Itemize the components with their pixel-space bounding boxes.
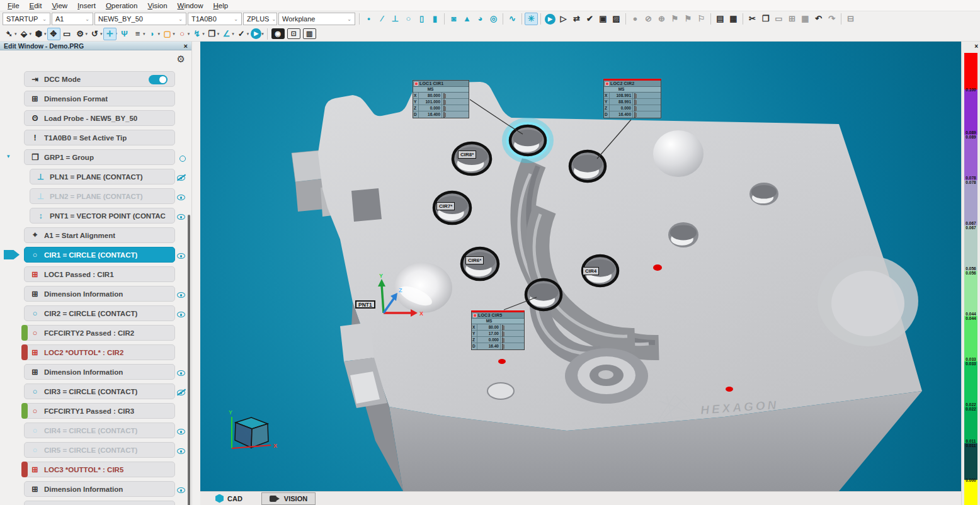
workplane-label-select[interactable]: Workplane⌄ — [278, 13, 355, 25]
bookmark-remove-icon[interactable]: ⚐ — [695, 13, 708, 25]
tree-item-card[interactable]: ⊞LOC3 *OUTTOL* : CIR5 — [24, 462, 175, 477]
continue-icon[interactable]: ⊕ — [655, 13, 668, 25]
eye-icon[interactable] — [177, 309, 186, 321]
menu-view[interactable]: View — [47, 2, 72, 9]
run-icon[interactable]: ▶ — [251, 28, 261, 39]
eye-icon[interactable] — [177, 368, 186, 379]
confirm-icon[interactable]: ✓ — [235, 28, 248, 40]
circle-feature-icon[interactable]: ○ — [402, 13, 415, 25]
dcc-mode-toggle[interactable] — [149, 75, 168, 84]
settings-gears-icon[interactable]: ⚙ — [74, 28, 87, 40]
feature-tag-pnt1[interactable]: PNT1 — [355, 300, 375, 309]
tree-item-card[interactable]: ⊞Dimension Information — [24, 286, 175, 302]
translate-view-icon[interactable]: ✛ — [103, 28, 117, 40]
perpendicular-point-icon[interactable]: ⊥ — [389, 13, 402, 25]
tree-item-pln2[interactable]: ⊥PLN2 = PLANE (CONTACT) — [0, 188, 191, 204]
tree-item-card[interactable]: ○CIR2 = CIRCLE (CONTACT) — [24, 305, 175, 321]
tree-item-dimension[interactable]: ⊞Dimension Information — [0, 481, 191, 497]
tree-item-cir1[interactable]: ○CIR1 = CIRCLE (CONTACT) — [0, 247, 191, 263]
comment-icon[interactable]: ▭ — [60, 28, 74, 40]
round-slot-icon[interactable]: ▯ — [415, 13, 428, 25]
report-window-icon[interactable]: ▤ — [714, 13, 727, 25]
dim-box-loc1[interactable]: LOC1 CIR1MSX80.000Y101.000Z0.000D16.400 — [413, 80, 469, 118]
tree-item-card[interactable]: ○FCFCIRTY1 Passed : CIR3 — [24, 403, 175, 419]
eye-icon[interactable] — [177, 290, 186, 301]
tree-item-card[interactable]: ○CIR1 = CIRCLE (CONTACT) — [24, 247, 175, 263]
close-icon[interactable]: × — [184, 42, 188, 50]
tree-item-t1a0b0[interactable]: !T1A0B0 = Set Active Tip — [0, 130, 191, 145]
dim-box-loc3[interactable]: LOC3 CIR5MSX80.00Y17.00Z0.000D16.40 — [471, 310, 525, 350]
print-icon[interactable]: ⊟ — [844, 13, 857, 25]
cone-feature-icon[interactable]: ▲ — [460, 13, 474, 25]
tree-item-cir4[interactable]: ○CIR4 = CIRCLE (CONTACT) — [0, 423, 191, 438]
clear-marks-icon[interactable]: ▨ — [610, 13, 623, 25]
bookmark-add-icon[interactable]: ⚑ — [681, 13, 695, 25]
workplane-select[interactable]: ZPLUS⌄ — [243, 13, 277, 25]
tree-item-cir6[interactable]: ○CIR6 = CIRCLE (CONTACT) — [0, 501, 191, 505]
tree-item-card[interactable]: ○CIR6 = CIRCLE (CONTACT) — [24, 501, 175, 505]
curve-feature-icon[interactable]: ∿ — [506, 13, 519, 25]
probe-toggle-icon[interactable]: Ψ — [118, 28, 131, 40]
tree-item-card[interactable]: ⊞Dimension Information — [24, 364, 175, 380]
tab-vision[interactable]: VISION — [261, 492, 316, 505]
pan-view-icon[interactable]: ✥ — [47, 28, 60, 40]
quick-measure-icon[interactable]: ↯ — [190, 28, 203, 40]
tree-item-fcfcirty2[interactable]: ○FCFCIRTY2 Passed : CIR2 — [0, 325, 191, 341]
eye-slash-icon[interactable] — [177, 387, 186, 399]
cad-viewport[interactable]: HEXAGON Y X Z Y X — [200, 42, 961, 491]
tree-item-card[interactable]: ○CIR3 = CIRCLE (CONTACT) — [24, 383, 175, 399]
torus-feature-icon[interactable]: ◎ — [487, 13, 500, 25]
active-tip-select[interactable]: T1A0B0⌄ — [188, 13, 242, 25]
cad-display-icon[interactable]: ⬢ — [32, 28, 45, 40]
histogram-icon[interactable]: ▥ — [303, 28, 316, 39]
line-feature-icon[interactable]: ∕ — [375, 13, 389, 25]
probe-calibration-icon[interactable]: ∠ — [220, 28, 233, 40]
tree-item-card[interactable]: ⊞Dimension Format — [24, 91, 175, 106]
hole-feature[interactable] — [749, 183, 778, 205]
tree-item-dimension[interactable]: ⊞Dimension Format — [0, 91, 191, 106]
skip-point-icon[interactable]: ⊘ — [642, 13, 655, 25]
nav-cube[interactable]: Y X — [229, 409, 277, 449]
feature-tag-cir8[interactable]: CIR8* — [458, 150, 476, 159]
tree-item-card[interactable]: ⊥PLN1 = PLANE (CONTACT) — [30, 169, 175, 184]
snapshot-camera-icon[interactable]: ◉ — [271, 28, 285, 39]
rotate-view-icon[interactable]: ↺ — [88, 28, 101, 40]
lobe-display-icon[interactable]: ◗ — [146, 28, 159, 40]
tree-item-cir5[interactable]: ○CIR5 = CIRCLE (CONTACT) — [0, 442, 191, 458]
auto-feature-icon[interactable]: ✳ — [525, 13, 538, 25]
tree-item-pnt1[interactable]: ↕PNT1 = VECTOR POINT (CONTAC — [0, 208, 191, 224]
edit-window-titlebar[interactable]: Edit Window - Demo.PRG × — [0, 42, 191, 50]
bookmark-icon[interactable]: ⚑ — [668, 13, 681, 25]
cut-icon[interactable]: ✂ — [746, 13, 759, 25]
feature-tag-cir7[interactable]: CIR7* — [436, 202, 455, 210]
view-setup-icon[interactable]: ⬙ — [18, 28, 31, 40]
probe-file-select[interactable]: NEW5_BY_50⌄ — [94, 13, 186, 25]
eye-icon[interactable] — [177, 212, 186, 223]
image-setup-icon[interactable]: ⊡ — [287, 28, 300, 39]
tree-item-dcc[interactable]: ⇥DCC Mode — [0, 71, 191, 87]
eye-icon[interactable] — [177, 192, 186, 203]
tree-item-card[interactable]: ❒GRP1 = Group — [24, 149, 175, 165]
expander-icon[interactable]: ▾ — [7, 153, 10, 159]
menu-help[interactable]: Help — [208, 2, 233, 9]
tree-item-card[interactable]: ʘLoad Probe - NEW5_BY_50 — [24, 110, 175, 126]
tree-item-loc2[interactable]: ⊞LOC2 *OUTTOL* : CIR2 — [0, 344, 191, 360]
eye-icon[interactable] — [177, 485, 186, 496]
dropdown-caret-icon[interactable]: ▾ — [261, 31, 264, 37]
alignment-select[interactable]: STARTUP⌄ — [3, 13, 50, 25]
tree-item-card[interactable]: ↕PNT1 = VECTOR POINT (CONTAC — [30, 208, 175, 224]
menu-window[interactable]: Window — [173, 2, 208, 9]
feature-tag-cir4[interactable]: CIR4 — [583, 267, 599, 275]
probe-mode-icon[interactable]: ➴ — [3, 28, 16, 40]
tree-item-fcfcirty1[interactable]: ○FCFCIRTY1 Passed : CIR3 — [0, 403, 191, 419]
measured-circle-feature[interactable] — [453, 143, 491, 174]
tree-item-cir2[interactable]: ○CIR2 = CIRCLE (CONTACT) — [0, 305, 191, 321]
circle-target-icon[interactable]: ○ — [176, 28, 189, 40]
menu-operation[interactable]: Operation — [101, 2, 143, 9]
measured-circle-feature[interactable] — [526, 280, 561, 310]
menu-vision[interactable]: Vision — [142, 2, 172, 9]
eye-icon[interactable] — [177, 251, 186, 262]
point-feature-icon[interactable]: • — [362, 13, 375, 25]
tree-item-loc3[interactable]: ⊞LOC3 *OUTTOL* : CIR5 — [0, 462, 191, 477]
rect-target-icon[interactable]: ▢ — [161, 28, 174, 40]
